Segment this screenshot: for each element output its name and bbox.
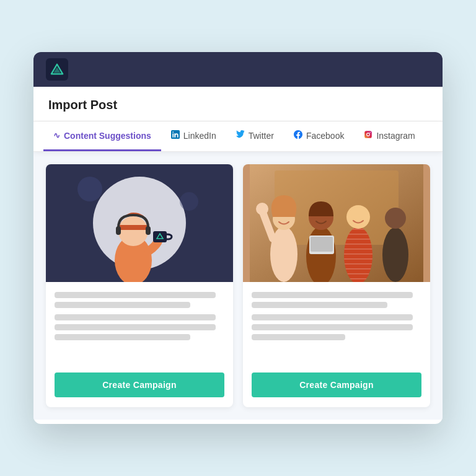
card-2-text-lines-2: [252, 314, 421, 340]
skeleton-line: [55, 314, 216, 320]
card-1-body: Create Campaign: [46, 282, 233, 407]
card-1-image: [46, 164, 233, 282]
create-campaign-button-1[interactable]: Create Campaign: [55, 372, 224, 397]
svg-rect-10: [118, 225, 148, 230]
svg-point-30: [256, 203, 268, 215]
app-window: Import Post ∿ Content Suggestions Linked…: [33, 52, 443, 424]
tab-facebook[interactable]: Facebook: [284, 121, 354, 151]
skeleton-line: [252, 324, 413, 330]
svg-point-16: [180, 192, 198, 211]
svg-rect-3: [365, 131, 372, 138]
create-campaign-button-2[interactable]: Create Campaign: [252, 372, 421, 397]
skeleton-line: [55, 292, 216, 298]
tab-bar: ∿ Content Suggestions LinkedIn Twitter F…: [33, 121, 443, 152]
tab-content-suggestions[interactable]: ∿ Content Suggestions: [43, 122, 161, 151]
card-1-text-lines: [55, 292, 224, 308]
import-header: Import Post: [33, 87, 443, 121]
skeleton-line: [55, 302, 190, 308]
skeleton-line: [252, 314, 413, 320]
linkedin-icon: [171, 130, 180, 141]
skeleton-line: [55, 334, 190, 340]
svg-point-9: [118, 216, 148, 246]
logo: [46, 58, 68, 81]
svg-point-25: [344, 227, 372, 282]
card-2-text-lines: [252, 292, 421, 308]
card-1-text-lines-2: [55, 314, 224, 340]
content-card-1: Create Campaign: [46, 164, 233, 407]
rss-icon: ∿: [53, 131, 60, 140]
svg-rect-12: [146, 226, 151, 235]
svg-point-29: [385, 208, 406, 229]
page-title: Import Post: [48, 98, 428, 112]
card-2-body: Create Campaign: [243, 282, 430, 407]
tab-linkedin[interactable]: LinkedIn: [161, 121, 226, 151]
skeleton-line: [55, 324, 216, 330]
skeleton-line: [252, 292, 413, 298]
svg-rect-11: [116, 226, 121, 235]
content-area: Create Campaign: [33, 152, 443, 420]
navbar: [33, 52, 443, 87]
skeleton-line: [252, 334, 345, 340]
twitter-icon: [236, 130, 245, 141]
svg-point-26: [346, 205, 370, 229]
svg-rect-32: [311, 237, 333, 252]
tab-twitter[interactable]: Twitter: [226, 121, 284, 151]
facebook-icon: [294, 130, 302, 141]
svg-point-5: [370, 132, 371, 133]
skeleton-line: [252, 302, 387, 308]
svg-point-28: [382, 227, 408, 282]
content-card-2: Create Campaign: [243, 164, 430, 407]
svg-point-15: [77, 177, 102, 201]
card-2-image: [243, 164, 430, 282]
instagram-icon: [364, 130, 372, 141]
tab-instagram[interactable]: Instagram: [354, 121, 425, 151]
